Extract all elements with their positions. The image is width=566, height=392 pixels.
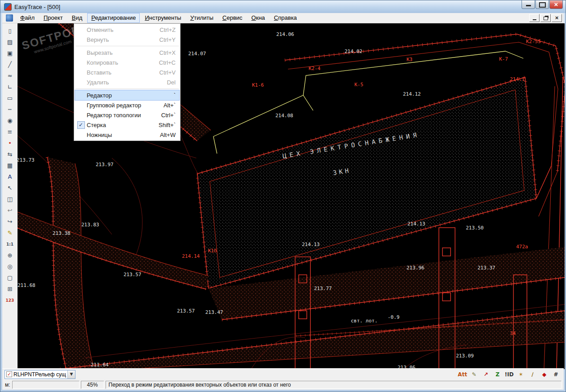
coords-field bbox=[12, 381, 80, 389]
menu-separator bbox=[75, 88, 179, 89]
save-icon[interactable]: ▣ bbox=[4, 48, 16, 59]
redo-view-icon[interactable]: ↪ bbox=[4, 216, 16, 227]
layer-checkbox[interactable] bbox=[6, 371, 12, 377]
menu-item-4[interactable]: Инструменты bbox=[141, 13, 185, 23]
line-tool-icon[interactable]: ╱ bbox=[4, 59, 16, 70]
object-id-icon[interactable]: !ID bbox=[504, 370, 515, 379]
menu-item-shortcut: Ctrl+X bbox=[150, 49, 176, 56]
marker-dot-icon[interactable]: • bbox=[4, 138, 16, 149]
menu-item-label: Копировать bbox=[87, 59, 150, 66]
menu-item-8[interactable]: Справка bbox=[270, 13, 301, 23]
ortho-tool-icon[interactable]: ∟ bbox=[4, 82, 16, 92]
edit-menu-item-6: УдалитьDel bbox=[75, 77, 179, 87]
fit-window-icon[interactable]: ▢ bbox=[4, 273, 16, 283]
menu-item-3[interactable]: Редактирование bbox=[87, 13, 140, 23]
magic-wand-icon[interactable]: ∕ bbox=[527, 370, 538, 379]
mdi-close-button[interactable] bbox=[552, 14, 562, 22]
menu-bar-items: ФайлПроектВидРедактированиеИнструментыУт… bbox=[16, 13, 301, 23]
check-icon bbox=[75, 121, 87, 129]
layer-combobox[interactable]: RLHPNTРельеф сущ bbox=[4, 370, 75, 379]
maximize-button[interactable] bbox=[535, 0, 549, 9]
app-window: EasyTrace - [500] ФайлПроектВидРедактиро… bbox=[0, 0, 566, 392]
menu-item-shortcut: Ctrl+` bbox=[152, 112, 176, 119]
menu-item-label: Удалить bbox=[87, 79, 158, 86]
status-bar: м: 45% Переход в режим редактирования ве… bbox=[2, 380, 564, 390]
z-layer-icon[interactable]: Z bbox=[492, 370, 503, 379]
menu-item-label: Редактор bbox=[87, 92, 165, 99]
menu-item-shortcut: Alt+W bbox=[151, 132, 176, 138]
menu-item-2[interactable]: Вид bbox=[68, 13, 87, 23]
coords-prefix: м: bbox=[5, 382, 10, 388]
menu-item-shortcut: Ctrl+C bbox=[150, 59, 176, 66]
vector-arrow-icon[interactable]: ↗ bbox=[480, 370, 491, 379]
edit-menu-item-0: ОтменитьCtrl+Z bbox=[75, 25, 179, 35]
select-tool-icon[interactable]: ↖ bbox=[4, 183, 16, 194]
pan-icon[interactable]: ⊞ bbox=[4, 284, 16, 295]
menu-item-1[interactable]: Проект bbox=[40, 13, 67, 23]
text-tool-icon[interactable]: A bbox=[4, 172, 16, 182]
zoom-in-icon[interactable]: ⊕ bbox=[4, 250, 16, 261]
edit-menu-item-1: ВернутьCtrl+Y bbox=[75, 35, 179, 44]
edit-pen-icon[interactable]: ✎ bbox=[4, 228, 16, 238]
menu-item-6[interactable]: Сервис bbox=[218, 13, 247, 23]
edit-menu-item-4: КопироватьCtrl+C bbox=[75, 57, 179, 67]
mdi-restore-button[interactable] bbox=[540, 14, 551, 22]
window-title: EasyTrace - [500] bbox=[14, 4, 60, 10]
right-toolbar: Att✎↗Z!ID✶∕◆# bbox=[456, 370, 562, 379]
attributes-button[interactable]: Att bbox=[457, 370, 468, 379]
edit-menu-item-10[interactable]: Редактор топологииCtrl+` bbox=[75, 110, 179, 120]
grid-select-icon[interactable]: ◫ bbox=[4, 194, 16, 205]
zoom-field: 45% bbox=[81, 381, 104, 389]
new-project-icon[interactable]: ▯ bbox=[4, 26, 16, 36]
menu-item-0[interactable]: Файл bbox=[16, 13, 39, 23]
menu-item-label: Редактор топологии bbox=[87, 112, 152, 119]
menu-item-shortcut: Ctrl+Z bbox=[150, 26, 176, 33]
menu-item-shortcut: Shift+` bbox=[150, 122, 176, 128]
point-tool-icon[interactable]: ◉ bbox=[4, 115, 16, 126]
swap-tool-icon[interactable]: ⇆ bbox=[4, 149, 16, 160]
menu-item-shortcut: Del bbox=[158, 79, 176, 86]
menu-separator bbox=[75, 46, 179, 46]
menu-item-label: Групповой редактор bbox=[87, 102, 155, 109]
edit-menu-item-9[interactable]: Групповой редакторAlt+` bbox=[75, 100, 179, 110]
edit-menu-item-8[interactable]: Редактор` bbox=[75, 90, 179, 100]
menu-item-label: Вставить bbox=[87, 69, 150, 76]
edit-menu-item-5: ВставитьCtrl+V bbox=[75, 67, 179, 77]
ruler-icon[interactable]: 123 bbox=[4, 295, 16, 306]
edit-dropdown-menu: ОтменитьCtrl+ZВернутьCtrl+YВырезатьCtrl+… bbox=[74, 23, 181, 141]
left-toolbar: ▯▨▣╱≈∟▭┉◉≡•⇆▦A↖◫↩↪✎1:1⊕◎▢⊞123 bbox=[2, 23, 18, 390]
edit-menu-item-3: ВырезатьCtrl+X bbox=[75, 48, 179, 57]
edit-menu-item-12[interactable]: НожницыAlt+W bbox=[75, 130, 179, 140]
menu-item-shortcut: Ctrl+Y bbox=[150, 36, 176, 43]
snap-wand-icon[interactable]: ✶ bbox=[515, 370, 526, 379]
menu-item-7[interactable]: Окна bbox=[248, 13, 269, 23]
parallel-tool-icon[interactable]: ≡ bbox=[4, 127, 16, 137]
menu-item-label: Вернуть bbox=[87, 36, 150, 43]
layer-dropdown-arrow-icon[interactable] bbox=[67, 370, 75, 379]
curve-tool-icon[interactable]: ≈ bbox=[4, 70, 16, 81]
actual-size-icon[interactable]: 1:1 bbox=[4, 239, 16, 250]
title-bar[interactable]: EasyTrace - [500] bbox=[0, 0, 566, 13]
measure-pen-icon[interactable]: ✎ bbox=[469, 370, 480, 379]
minimize-button[interactable] bbox=[522, 0, 535, 9]
menu-item-label: Ножницы bbox=[87, 132, 151, 138]
menu-item-5[interactable]: Утилиты bbox=[186, 13, 217, 23]
menu-item-label: Стерка bbox=[87, 122, 150, 128]
map-canvas[interactable]: SOFTPORTAL www.softportal.com 214.06214.… bbox=[18, 23, 565, 369]
app-icon bbox=[4, 3, 12, 11]
menu-bar: ФайлПроектВидРедактированиеИнструментыУт… bbox=[2, 13, 564, 23]
status-message: Переход в режим редактирования векторных… bbox=[106, 381, 562, 389]
rect-tool-icon[interactable]: ▭ bbox=[4, 93, 16, 104]
mdi-minimize-button[interactable] bbox=[529, 14, 539, 22]
close-button[interactable] bbox=[549, 0, 563, 9]
layers-icon[interactable]: ▦ bbox=[4, 160, 16, 171]
menu-item-label: Вырезать bbox=[87, 49, 150, 56]
freehand-tool-icon[interactable]: ┉ bbox=[4, 104, 16, 115]
grid-icon[interactable]: # bbox=[550, 370, 562, 379]
undo-view-icon[interactable]: ↩ bbox=[4, 205, 16, 216]
edit-menu-item-11[interactable]: СтеркаShift+` bbox=[75, 120, 179, 130]
zoom-window-icon[interactable]: ◎ bbox=[4, 261, 16, 272]
document-icon[interactable] bbox=[6, 14, 13, 22]
open-project-icon[interactable]: ▨ bbox=[4, 37, 16, 48]
lamp-icon[interactable]: ◆ bbox=[539, 370, 550, 379]
